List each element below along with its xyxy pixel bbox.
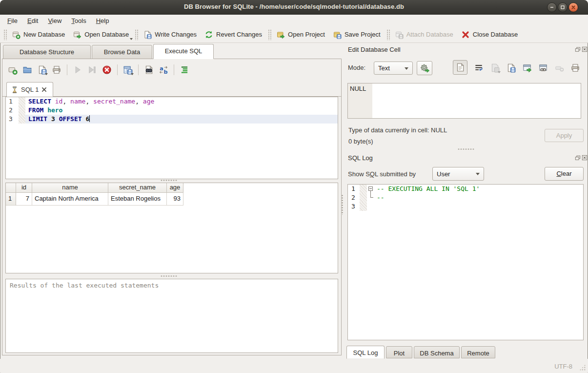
sql-document-tab[interactable]: SQL 1 [6, 82, 53, 97]
dock-float-button[interactable] [575, 155, 581, 161]
revert-changes-button[interactable]: Revert Changes [201, 28, 266, 41]
open-external-button[interactable] [521, 62, 533, 74]
mode-select[interactable]: Text [374, 62, 413, 75]
sql-log-view[interactable]: 1-- EXECUTING ALL IN 'SQL 1'2--3 [347, 184, 584, 340]
open-database-button[interactable]: Open Database [69, 28, 133, 41]
fold-margin [360, 185, 367, 193]
dock-tab-plot[interactable]: Plot [386, 346, 412, 358]
minimize-button[interactable] [547, 2, 557, 12]
toolbar-separator [174, 64, 174, 75]
titlebar[interactable]: DB Browser for SQLite - /home/user/code/… [0, 0, 588, 15]
maximize-button[interactable] [558, 2, 568, 12]
table-cell[interactable]: 7 [16, 193, 32, 206]
close-database-button[interactable]: Close Database [458, 28, 523, 41]
grid-corner[interactable] [6, 183, 16, 193]
save-results-button[interactable] [122, 63, 134, 76]
export-file-icon [506, 63, 516, 73]
column-header-name[interactable]: name [32, 183, 108, 193]
column-header-age[interactable]: age [167, 183, 183, 193]
dock-tab-bar: SQL LogPlotDB SchemaRemote [346, 346, 586, 359]
resize-grip[interactable] [579, 364, 586, 371]
fold-collapse-icon[interactable] [368, 186, 373, 191]
dock-tab-remote[interactable]: Remote [461, 346, 495, 358]
clear-log-button[interactable]: Clear [545, 167, 584, 181]
print-cell-icon [570, 63, 580, 73]
dropdown-caret-icon [45, 73, 48, 75]
open-sql-file-icon [22, 65, 32, 75]
tab-database-structure[interactable]: Database Structure [3, 45, 91, 59]
dock-float-button[interactable] [575, 46, 581, 52]
open-sql-file-button[interactable] [21, 63, 34, 76]
print-cell-button[interactable] [569, 62, 582, 74]
open-external-icon [522, 63, 532, 73]
sql-token: , [135, 98, 143, 105]
sql-code-text: LIMIT 3 OFFSET 6 [25, 115, 338, 124]
new-database-button[interactable]: New Database [8, 28, 69, 41]
editor-results-splitter[interactable] [161, 179, 177, 182]
menu-view[interactable]: View [43, 16, 66, 25]
format-sql-button[interactable] [178, 63, 191, 76]
new-tab-button[interactable] [6, 63, 19, 76]
sql-log-filter-select[interactable]: User [432, 167, 484, 181]
table-cell[interactable]: Captain North America [32, 193, 108, 206]
apply-button[interactable]: Apply [545, 129, 584, 142]
cell-value-editor[interactable]: NULL [347, 83, 581, 119]
toolbar-separator [67, 64, 67, 75]
sql-token [47, 115, 51, 123]
dock-tab-db-schema[interactable]: DB Schema [414, 346, 460, 358]
open-project-button[interactable]: Open Project [273, 28, 329, 41]
sql-token: 6 [85, 115, 89, 123]
toolbar-button-label: Open Database [84, 31, 129, 38]
dock-close-button[interactable] [582, 155, 588, 161]
minimize-icon [548, 4, 555, 11]
export-file-button[interactable] [505, 62, 517, 74]
close-button[interactable] [568, 2, 578, 12]
text-mode-button[interactable] [453, 60, 467, 75]
print-button[interactable] [50, 63, 63, 76]
tab-browse-data[interactable]: Browse Data [92, 45, 152, 59]
toolbar-button-label: Close Database [473, 31, 518, 38]
execute-line-icon [87, 65, 97, 75]
column-header-id[interactable]: id [16, 183, 32, 193]
sql-token: , [62, 98, 70, 105]
auto-apply-button[interactable] [417, 61, 432, 75]
results-placeholder: Results of the last executed statements [10, 282, 159, 289]
toolbar-button-label: New Database [23, 31, 65, 38]
table-cell[interactable]: Esteban Rogelios [108, 193, 167, 206]
menu-edit[interactable]: Edit [23, 16, 42, 25]
execute-line-button [86, 63, 99, 76]
results-table[interactable]: idnamesecret_nameage17Captain North Amer… [5, 183, 338, 273]
sql-token: FROM [28, 106, 43, 114]
write-changes-button[interactable]: Write Changes [140, 28, 201, 41]
replace-button[interactable]: ab [157, 63, 170, 76]
save-project-button[interactable]: Save Project [329, 28, 385, 41]
attach-database-icon [395, 30, 404, 39]
tab-close-icon[interactable] [41, 86, 47, 93]
dock-tab-sql-log[interactable]: SQL Log [346, 346, 385, 359]
results-message-splitter[interactable] [161, 275, 177, 277]
save-project-icon [333, 30, 342, 39]
menu-tools[interactable]: Tools [67, 16, 90, 25]
find-button[interactable] [142, 63, 155, 76]
execute-sql-panel: ab SQL 1 1SELECT id, name, secret_name, … [2, 59, 342, 355]
results-message-pane[interactable]: Results of the last executed statements [5, 279, 338, 353]
row-header[interactable]: 1 [6, 193, 16, 206]
import-file-button [488, 62, 501, 74]
stop-button[interactable] [101, 63, 113, 76]
column-header-secret_name[interactable]: secret_name [108, 183, 167, 193]
fold-column [367, 202, 376, 211]
sql-log-dock-title: SQL Log [348, 154, 373, 162]
menu-file[interactable]: File [3, 16, 22, 25]
link-data-button[interactable] [537, 62, 549, 74]
table-cell[interactable]: 93 [167, 193, 183, 206]
menu-help[interactable]: Help [92, 16, 114, 25]
panel-splitter[interactable] [341, 194, 344, 215]
word-wrap-button[interactable] [472, 62, 485, 74]
dock-close-button[interactable] [582, 46, 588, 52]
toolbar-button-label: Write Changes [155, 31, 197, 38]
sql-editor[interactable]: 1SELECT id, name, secret_name, age2FROM … [5, 97, 338, 179]
save-sql-file-button[interactable] [36, 63, 48, 76]
cell-type-info: Type of data currently in cell: NULL [348, 126, 447, 134]
tab-execute-sql[interactable]: Execute SQL [153, 44, 214, 59]
dock-splitter[interactable] [458, 148, 474, 150]
